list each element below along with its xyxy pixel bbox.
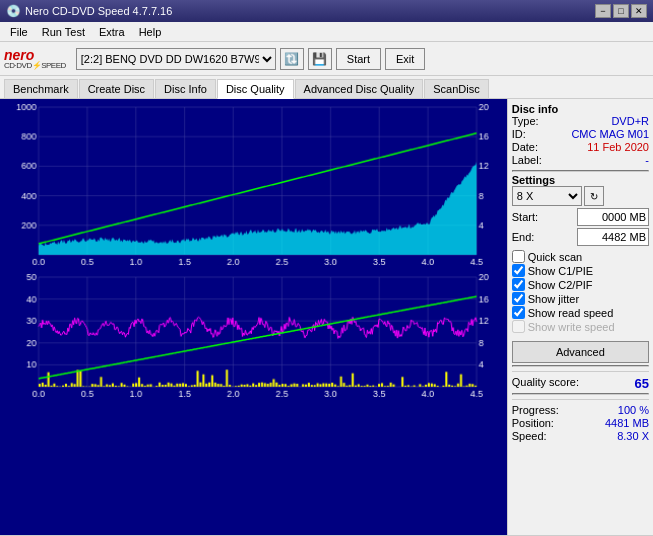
quick-scan-row: Quick scan	[512, 250, 649, 263]
tab-benchmark[interactable]: Benchmark	[4, 79, 78, 98]
end-row: End:	[512, 228, 649, 246]
date-row: Date: 11 Feb 2020	[512, 141, 649, 153]
menu-help[interactable]: Help	[133, 24, 168, 40]
c1pie-label[interactable]: Show C1/PIE	[528, 265, 593, 277]
logo-top: nero	[4, 48, 66, 62]
bottom-chart	[2, 273, 505, 403]
tab-discquality[interactable]: Disc Quality	[217, 79, 294, 99]
id-row: ID: CMC MAG M01	[512, 128, 649, 140]
drive-selector[interactable]: [2:2] BENQ DVD DD DW1620 B7W9	[76, 48, 276, 70]
settings-section: Settings 8 X ↻ Start: End:	[512, 174, 649, 246]
maximize-button[interactable]: □	[613, 4, 629, 18]
exit-button[interactable]: Exit	[385, 48, 425, 70]
start-label: Start:	[512, 211, 538, 223]
toolbar: nero CD·DVD⚡SPEED [2:2] BENQ DVD DD DW16…	[0, 42, 653, 76]
quick-scan-checkbox[interactable]	[512, 250, 525, 263]
settings-label: Settings	[512, 174, 649, 186]
disc-label-value: -	[645, 154, 649, 166]
right-panel: Disc info Type: DVD+R ID: CMC MAG M01 Da…	[507, 99, 653, 535]
start-row: Start:	[512, 208, 649, 226]
minimize-button[interactable]: −	[595, 4, 611, 18]
type-row: Type: DVD+R	[512, 115, 649, 127]
jitter-row: Show jitter	[512, 292, 649, 305]
type-label: Type:	[512, 115, 539, 127]
date-label: Date:	[512, 141, 538, 153]
type-value: DVD+R	[611, 115, 649, 127]
readspeed-row: Show read speed	[512, 306, 649, 319]
nero-logo: nero CD·DVD⚡SPEED	[4, 48, 66, 70]
tab-advanced-disc-quality[interactable]: Advanced Disc Quality	[295, 79, 424, 98]
jitter-label[interactable]: Show jitter	[528, 293, 579, 305]
disc-label-row: Label: -	[512, 154, 649, 166]
speed-row: 8 X ↻	[512, 186, 649, 206]
logo-area: nero CD·DVD⚡SPEED	[4, 48, 66, 70]
logo-bottom: CD·DVD⚡SPEED	[4, 62, 66, 70]
speed-select[interactable]: 8 X	[512, 186, 582, 206]
app-title: Nero CD-DVD Speed 4.7.7.16	[25, 5, 172, 17]
date-value: 11 Feb 2020	[587, 141, 649, 153]
progress-row: Progress: 100 %	[512, 404, 649, 416]
progress-label: Progress:	[512, 404, 559, 416]
quality-value: 65	[635, 376, 649, 391]
close-button[interactable]: ✕	[631, 4, 647, 18]
save-button[interactable]: 💾	[308, 48, 332, 70]
disc-info-label: Disc info	[512, 103, 649, 115]
readspeed-label[interactable]: Show read speed	[528, 307, 614, 319]
titlebar-left: 💿 Nero CD-DVD Speed 4.7.7.16	[6, 4, 172, 18]
top-chart	[2, 101, 505, 271]
writespeed-checkbox[interactable]	[512, 320, 525, 333]
checkboxes-section: Quick scan Show C1/PIE Show C2/PIF Show …	[512, 250, 649, 333]
drive-refresh-button[interactable]: 🔃	[280, 48, 304, 70]
quick-scan-label[interactable]: Quick scan	[528, 251, 582, 263]
end-label: End:	[512, 231, 535, 243]
id-value: CMC MAG M01	[571, 128, 649, 140]
disc-label-label: Label:	[512, 154, 542, 166]
advanced-button[interactable]: Advanced	[512, 341, 649, 363]
c2pif-row: Show C2/PIF	[512, 278, 649, 291]
speed-refresh-button[interactable]: ↻	[584, 186, 604, 206]
main-content: Disc info Type: DVD+R ID: CMC MAG M01 Da…	[0, 99, 653, 535]
disc-info-section: Disc info Type: DVD+R ID: CMC MAG M01 Da…	[512, 103, 649, 166]
c1pie-checkbox[interactable]	[512, 264, 525, 277]
speed-value: 8.30 X	[617, 430, 649, 442]
writespeed-label: Show write speed	[528, 321, 615, 333]
chart-area	[0, 99, 507, 535]
c2pif-label[interactable]: Show C2/PIF	[528, 279, 593, 291]
start-input[interactable]	[577, 208, 649, 226]
speed-row: Speed: 8.30 X	[512, 430, 649, 442]
progress-section: Progress: 100 % Position: 4481 MB Speed:…	[512, 399, 649, 442]
position-value: 4481 MB	[605, 417, 649, 429]
c1pie-row: Show C1/PIE	[512, 264, 649, 277]
start-button[interactable]: Start	[336, 48, 381, 70]
tab-discinfo[interactable]: Disc Info	[155, 79, 216, 98]
menu-extra[interactable]: Extra	[93, 24, 131, 40]
readspeed-checkbox[interactable]	[512, 306, 525, 319]
quality-label: Quality score:	[512, 376, 579, 391]
menu-runtest[interactable]: Run Test	[36, 24, 91, 40]
speed-label: Speed:	[512, 430, 547, 442]
progress-value: 100 %	[618, 404, 649, 416]
app-icon: 💿	[6, 4, 21, 18]
jitter-checkbox[interactable]	[512, 292, 525, 305]
c2pif-checkbox[interactable]	[512, 278, 525, 291]
titlebar-controls[interactable]: − □ ✕	[595, 4, 647, 18]
writespeed-row: Show write speed	[512, 320, 649, 333]
position-label: Position:	[512, 417, 554, 429]
menu-file[interactable]: File	[4, 24, 34, 40]
tab-scandisc[interactable]: ScanDisc	[424, 79, 488, 98]
tabs-bar: Benchmark Create Disc Disc Info Disc Qua…	[0, 76, 653, 99]
end-input[interactable]	[577, 228, 649, 246]
id-label: ID:	[512, 128, 526, 140]
menubar: File Run Test Extra Help	[0, 22, 653, 42]
quality-row: Quality score: 65	[512, 371, 649, 391]
tab-createdisc[interactable]: Create Disc	[79, 79, 154, 98]
position-row: Position: 4481 MB	[512, 417, 649, 429]
titlebar: 💿 Nero CD-DVD Speed 4.7.7.16 − □ ✕	[0, 0, 653, 22]
